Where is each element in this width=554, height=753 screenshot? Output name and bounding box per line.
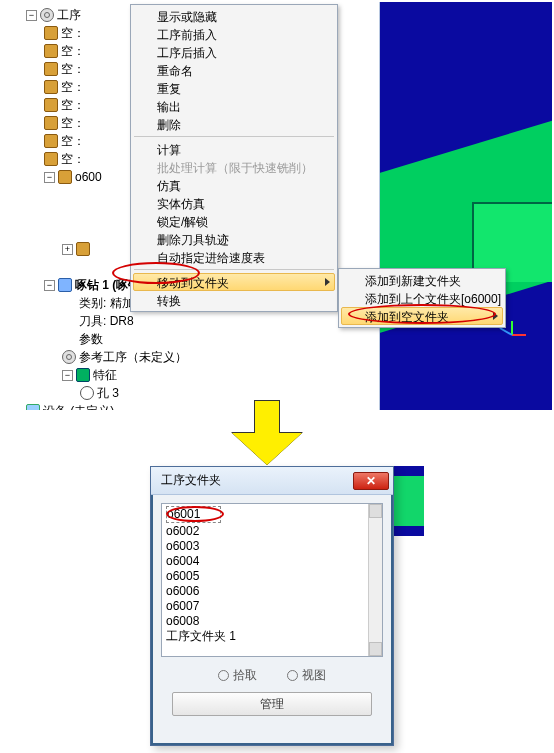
feature-icon: [76, 368, 90, 382]
folder-icon: [44, 98, 58, 112]
menu-item-insert-after[interactable]: 工序后插入: [133, 43, 335, 61]
list-item-label: o6001: [167, 507, 200, 521]
tree-tool-label: 刀具: DR8: [79, 312, 134, 330]
menu-item-move-to-folder[interactable]: 移动到文件夹: [133, 273, 335, 291]
menu-label: 移动到文件夹: [157, 276, 229, 290]
tree-feature[interactable]: − 特征: [10, 366, 379, 384]
menu-item-show-hide[interactable]: 显示或隐藏: [133, 7, 335, 25]
context-submenu: 添加到新建文件夹 添加到上个文件夹[o6000] 添加到空文件夹: [338, 268, 506, 328]
tree-empty-label: 空：: [61, 78, 85, 96]
tree-refseq[interactable]: 参考工序（未定义）: [10, 348, 379, 366]
folder-icon: [76, 242, 90, 256]
tree-device[interactable]: 设备 (未定义): [10, 402, 379, 410]
menu-item-rename[interactable]: 重命名: [133, 61, 335, 79]
list-item[interactable]: o6007: [166, 599, 378, 614]
menu-label: 添加到空文件夹: [365, 310, 449, 324]
menu-item-convert[interactable]: 转换: [133, 291, 335, 309]
tree-hole-label: 孔 3: [97, 384, 119, 402]
tree-params[interactable]: 参数: [10, 330, 379, 348]
menu-item-insert-before[interactable]: 工序前插入: [133, 25, 335, 43]
collapse-icon[interactable]: −: [62, 370, 73, 381]
menu-label: 批处理计算（限于快速铣削）: [157, 161, 313, 175]
collapse-icon[interactable]: −: [44, 280, 55, 291]
list-item[interactable]: o6005: [166, 569, 378, 584]
folder-icon: [58, 170, 72, 184]
dialog-titlebar[interactable]: 工序文件夹 ✕: [151, 467, 393, 495]
list-item[interactable]: o6008: [166, 614, 378, 629]
menu-item-duplicate[interactable]: 重复: [133, 79, 335, 97]
radio-view[interactable]: 视图: [287, 667, 326, 684]
menu-label: 仿真: [157, 179, 181, 193]
menu-label: 显示或隐藏: [157, 10, 217, 24]
tree-o600-label: o600: [75, 168, 102, 186]
collapse-icon[interactable]: −: [26, 10, 37, 21]
dialog-title: 工序文件夹: [161, 472, 221, 489]
annotation-arrow-icon: [232, 400, 302, 468]
submenu-item-last-folder[interactable]: 添加到上个文件夹[o6000]: [341, 289, 503, 307]
submenu-item-empty-folder[interactable]: 添加到空文件夹: [341, 307, 503, 325]
tree-empty-label: 空：: [61, 24, 85, 42]
menu-item-compute[interactable]: 计算: [133, 140, 335, 158]
hole-icon: [80, 386, 94, 400]
list-item-label: o6002: [166, 524, 199, 538]
radio-label: 拾取: [233, 667, 257, 684]
list-item[interactable]: o6002: [166, 524, 378, 539]
close-button[interactable]: ✕: [353, 472, 389, 490]
menu-item-output[interactable]: 输出: [133, 97, 335, 115]
folder-icon: [44, 134, 58, 148]
list-item-label: o6003: [166, 539, 199, 553]
close-icon: ✕: [366, 474, 376, 488]
list-item[interactable]: o6006: [166, 584, 378, 599]
menu-separator: [134, 269, 334, 270]
folder-listbox[interactable]: o6001 o6002 o6003 o6004 o6005 o6006 o600…: [161, 503, 383, 657]
menu-item-delete-toolpath[interactable]: 删除刀具轨迹: [133, 230, 335, 248]
list-item-label: o6007: [166, 599, 199, 613]
button-label: 管理: [260, 697, 284, 711]
menu-label: 计算: [157, 143, 181, 157]
list-item[interactable]: o6001: [166, 506, 221, 523]
menu-item-lock[interactable]: 锁定/解锁: [133, 212, 335, 230]
menu-label: 添加到新建文件夹: [365, 274, 461, 288]
submenu-arrow-icon: [493, 312, 498, 320]
list-item[interactable]: o6004: [166, 554, 378, 569]
scrollbar[interactable]: [368, 504, 382, 656]
radio-pick[interactable]: 拾取: [218, 667, 257, 684]
tree-refseq-label: 参考工序（未定义）: [79, 348, 187, 366]
menu-label: 工序前插入: [157, 28, 217, 42]
scroll-down-icon[interactable]: [369, 642, 382, 656]
tree-tool[interactable]: 刀具: DR8: [10, 312, 379, 330]
tree-empty-label: 空：: [61, 96, 85, 114]
list-item-label: o6006: [166, 584, 199, 598]
menu-item-solid-simulate[interactable]: 实体仿真: [133, 194, 335, 212]
process-icon: [40, 8, 54, 22]
tree-empty-label: 空：: [61, 60, 85, 78]
list-item-label: o6004: [166, 554, 199, 568]
submenu-arrow-icon: [325, 278, 330, 286]
tree-root-label: 工序: [57, 6, 81, 24]
collapse-icon[interactable]: −: [44, 172, 55, 183]
menu-item-simulate[interactable]: 仿真: [133, 176, 335, 194]
operation-icon: [58, 278, 72, 292]
expand-icon[interactable]: +: [62, 244, 73, 255]
folder-icon: [44, 62, 58, 76]
manage-button[interactable]: 管理: [172, 692, 372, 716]
tree-empty-label: 空：: [61, 114, 85, 132]
menu-label: 重复: [157, 82, 181, 96]
tree-empty-label: 空：: [61, 42, 85, 60]
menu-item-delete[interactable]: 删除: [133, 115, 335, 133]
list-item[interactable]: 工序文件夹 1: [166, 629, 378, 644]
list-item[interactable]: o6003: [166, 539, 378, 554]
menu-item-autofeed[interactable]: 自动指定进给速度表: [133, 248, 335, 266]
submenu-item-new-folder[interactable]: 添加到新建文件夹: [341, 271, 503, 289]
folder-icon: [44, 116, 58, 130]
tree-hole[interactable]: 孔 3: [10, 384, 379, 402]
folder-icon: [44, 44, 58, 58]
radio-icon: [287, 670, 298, 681]
list-item-label: o6008: [166, 614, 199, 628]
menu-label: 自动指定进给速度表: [157, 251, 265, 265]
menu-label: 工序后插入: [157, 46, 217, 60]
tree-empty-label: 空：: [61, 132, 85, 150]
viewport-3d[interactable]: [372, 2, 552, 410]
folder-icon: [44, 26, 58, 40]
scroll-up-icon[interactable]: [369, 504, 382, 518]
